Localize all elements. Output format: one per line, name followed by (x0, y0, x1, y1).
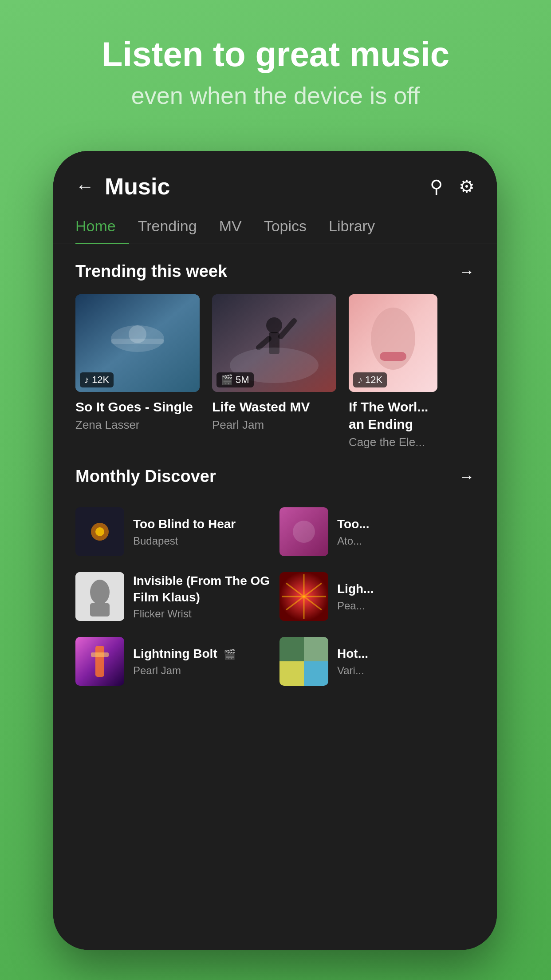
trending-header: Trending this week → (75, 262, 475, 281)
settings-icon[interactable]: ⚙ (459, 176, 475, 197)
top-bar-icons: ⚲ ⚙ (430, 176, 475, 197)
monthly-right-item-2[interactable]: Ligh... Pea... (279, 564, 475, 629)
monthly-item-info-1: Too Blind to Hear Budapest (133, 516, 236, 547)
svg-point-23 (293, 521, 315, 543)
trending-thumb-2: 🎬 5M (212, 294, 336, 392)
svg-point-17 (90, 580, 110, 605)
app-title: Music (105, 173, 430, 200)
monthly-right-item-3[interactable]: Hot... Vari... (279, 629, 475, 694)
monthly-item-title-1: Too Blind to Hear (133, 516, 236, 532)
trending-card-artist-1: Zena Lasser (75, 418, 200, 432)
svg-rect-35 (304, 637, 328, 661)
trending-card-artist-2: Pearl Jam (212, 418, 336, 432)
trending-card-title-3: If The Worl... an Ending (349, 398, 437, 433)
svg-rect-3 (111, 339, 164, 344)
search-icon[interactable]: ⚲ (430, 176, 443, 197)
monthly-right-item-title-3: Hot... (337, 646, 368, 662)
monthly-right-item-artist-1: Ato... (337, 535, 370, 547)
monthly-right-item-info-1: Too... Ato... (337, 516, 370, 547)
trending-card-artist-3: Cage the Ele... (349, 435, 437, 449)
monthly-right-thumb-1 (279, 507, 328, 556)
monthly-item-1[interactable]: Too Blind to Hear Budapest (75, 499, 271, 564)
monthly-item-info-3: Lightning Bolt 🎬 Pearl Jam (133, 646, 236, 676)
monthly-item-artist-1: Budapest (133, 535, 236, 547)
hero-title: Listen to great music (0, 36, 551, 74)
monthly-header: Monthly Discover → (75, 467, 475, 486)
svg-rect-21 (91, 652, 109, 657)
tab-mv[interactable]: MV (219, 209, 255, 244)
monthly-columns: Too Blind to Hear Budapest (75, 499, 475, 694)
monthly-right-item-artist-2: Pea... (337, 600, 374, 612)
trending-card-title-1: So It Goes - Single (75, 398, 200, 415)
bottom-fade (53, 914, 497, 950)
back-button[interactable]: ← (75, 176, 94, 197)
svg-rect-34 (279, 637, 304, 661)
monthly-left-col: Too Blind to Hear Budapest (75, 499, 271, 694)
monthly-item-2[interactable]: Invisible (From The OG Film Klaus) Flick… (75, 564, 271, 629)
trending-arrow[interactable]: → (459, 262, 475, 281)
monthly-item-artist-2: Flicker Wrist (133, 608, 271, 620)
svg-point-5 (266, 317, 282, 333)
phone-content: ← Music ⚲ ⚙ Home Trending MV Topics Libr… (53, 151, 497, 950)
trending-badge-3: ♪ 12K (353, 372, 387, 387)
trending-section: Trending this week → (53, 244, 497, 458)
trending-scroll: ♪ 12K So It Goes - Single Zena Lasser (75, 294, 475, 449)
svg-rect-36 (279, 661, 304, 686)
monthly-right-col: Too... Ato... (279, 499, 475, 694)
monthly-arrow[interactable]: → (459, 467, 475, 486)
monthly-item-artist-3: Pearl Jam (133, 664, 236, 677)
monthly-right-item-title-2: Ligh... (337, 581, 374, 597)
tabs-bar: Home Trending MV Topics Library (53, 209, 497, 244)
svg-point-15 (95, 527, 104, 536)
monthly-thumb-dark-1 (75, 507, 124, 556)
trending-badge-1: ♪ 12K (80, 372, 114, 387)
trending-card-2[interactable]: 🎬 5M Life Wasted MV Pearl Jam (212, 294, 336, 449)
phone-frame: ← Music ⚲ ⚙ Home Trending MV Topics Libr… (53, 151, 497, 950)
monthly-right-item-artist-3: Vari... (337, 664, 368, 677)
svg-rect-12 (380, 352, 406, 361)
tab-library[interactable]: Library (329, 209, 388, 244)
video-icon-3: 🎬 (224, 648, 236, 661)
trending-thumb-1: ♪ 12K (75, 294, 200, 392)
monthly-thumb-gradient-3 (75, 637, 124, 686)
hero-subtitle: even when the device is off (0, 82, 551, 109)
monthly-right-thumb-2 (279, 572, 328, 621)
monthly-item-3[interactable]: Lightning Bolt 🎬 Pearl Jam (75, 629, 271, 694)
monthly-title: Monthly Discover (75, 467, 216, 486)
monthly-item-title-2: Invisible (From The OG Film Klaus) (133, 573, 271, 605)
monthly-thumb-white-2 (75, 572, 124, 621)
svg-rect-20 (95, 646, 104, 677)
hero-section: Listen to great music even when the devi… (0, 36, 551, 109)
tab-trending[interactable]: Trending (138, 209, 210, 244)
trending-card-3[interactable]: ♪ 12K If The Worl... an Ending Cage the … (349, 294, 437, 449)
trending-card-title-2: Life Wasted MV (212, 398, 336, 415)
monthly-right-item-title-1: Too... (337, 516, 370, 532)
tab-topics[interactable]: Topics (264, 209, 320, 244)
tab-home[interactable]: Home (75, 209, 129, 244)
svg-rect-37 (304, 661, 328, 686)
trending-card-1[interactable]: ♪ 12K So It Goes - Single Zena Lasser (75, 294, 200, 449)
monthly-right-item-info-2: Ligh... Pea... (337, 581, 374, 612)
monthly-item-info-2: Invisible (From The OG Film Klaus) Flick… (133, 573, 271, 620)
top-bar: ← Music ⚲ ⚙ (53, 151, 497, 209)
trending-thumb-3: ♪ 12K (349, 294, 437, 392)
monthly-item-title-3: Lightning Bolt 🎬 (133, 646, 236, 662)
trending-badge-2: 🎬 5M (216, 372, 254, 387)
trending-title: Trending this week (75, 262, 227, 281)
monthly-right-item-info-3: Hot... Vari... (337, 646, 368, 676)
svg-rect-18 (90, 603, 110, 616)
monthly-right-item-1[interactable]: Too... Ato... (279, 499, 475, 564)
monthly-section: Monthly Discover → (53, 458, 497, 703)
monthly-right-thumb-3 (279, 637, 328, 686)
